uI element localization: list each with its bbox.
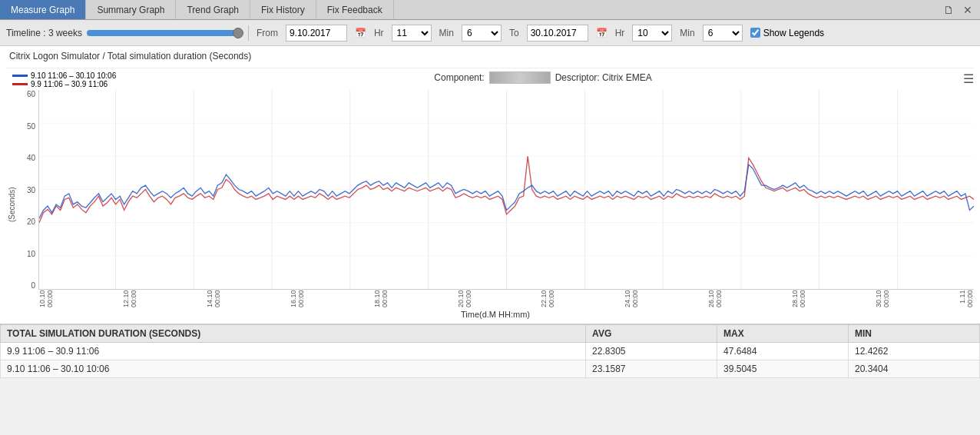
- from-label: From: [257, 28, 278, 38]
- tab-trend-graph[interactable]: Trend Graph: [176, 0, 250, 19]
- y-axis-label: (Seconds): [6, 90, 17, 319]
- summary-table: TOTAL SIMULATION DURATION (SECONDS) AVG …: [0, 324, 980, 378]
- timeline-slider[interactable]: [87, 30, 240, 36]
- tab-measure-graph[interactable]: Measure Graph: [0, 0, 86, 19]
- timeline-thumb[interactable]: [233, 28, 243, 38]
- legend-item-red: 9.9 11:06 – 30.9 11:06: [12, 80, 135, 88]
- chart-inner: 0 10 20 30 40 50 60: [17, 90, 974, 319]
- from-min-select[interactable]: 6: [462, 25, 502, 42]
- show-legends-checkbox[interactable]: [750, 28, 760, 38]
- min-label-2: Min: [680, 28, 694, 38]
- controls-bar: Timeline : 3 weeks From 📅 Hr 11 Min 6 To…: [0, 20, 980, 46]
- to-hr-select[interactable]: 10: [632, 25, 672, 42]
- legend-item-blue: 9.10 11:06 – 30.10 10:06: [12, 71, 135, 80]
- col-header-avg: AVG: [586, 325, 717, 343]
- tab-bar: Measure Graph Summary Graph Trend Graph …: [0, 0, 980, 20]
- y-ticks: 0 10 20 30 40 50 60: [17, 90, 38, 290]
- col-header-min: MIN: [849, 325, 980, 343]
- component-label: Component:: [434, 72, 484, 83]
- tab-summary-graph[interactable]: Summary Graph: [86, 0, 176, 19]
- chart-body: (Seconds) 0 10 20 30 40 50 60: [6, 90, 974, 319]
- to-date-input[interactable]: [527, 25, 588, 42]
- chart-svg: [39, 90, 974, 289]
- row1-max: 47.6484: [717, 343, 849, 360]
- from-calendar-icon[interactable]: 📅: [355, 28, 366, 38]
- hr-label-1: Hr: [374, 28, 384, 38]
- summary-table-container: TOTAL SIMULATION DURATION (SECONDS) AVG …: [0, 324, 980, 378]
- from-hr-select[interactable]: 11: [392, 25, 432, 42]
- row2-avg: 23.1587: [586, 360, 717, 378]
- tab-actions: 🗋 ✕: [940, 2, 980, 18]
- x-axis-title: Time(d.M HH:mm): [17, 310, 974, 319]
- x-axis-labels: 10.10 00:00 12.10 00:00 14.10 00:00 16.1…: [38, 290, 974, 308]
- hr-label-2: Hr: [615, 28, 625, 38]
- row2-max: 39.5045: [717, 360, 849, 378]
- col-header-metric: TOTAL SIMULATION DURATION (SECONDS): [1, 325, 586, 343]
- show-legends-label: Show Legends: [763, 28, 824, 38]
- row1-min: 12.4262: [849, 343, 980, 360]
- legend-color-red: [12, 83, 28, 85]
- row2-label: 9.10 11:06 – 30.10 10:06: [1, 360, 586, 378]
- table-row: 9.10 11:06 – 30.10 10:06 23.1587 39.5045…: [1, 360, 980, 378]
- descriptor-label: Descriptor: Citrix EMEA: [555, 72, 652, 83]
- from-date-input[interactable]: [286, 25, 347, 42]
- tab-fix-history[interactable]: Fix History: [250, 0, 316, 19]
- row2-min: 20.3404: [849, 360, 980, 378]
- row1-label: 9.9 11:06 – 30.9 11:06: [1, 343, 586, 360]
- divider-1: [248, 25, 249, 41]
- timeline-label: Timeline : 3 weeks: [6, 28, 82, 38]
- legend-color-blue: [12, 75, 28, 77]
- chart-container: Citrix Logon Simulator / Total simulatio…: [0, 46, 980, 324]
- show-legends-section: Show Legends: [750, 28, 824, 38]
- col-header-max: MAX: [717, 325, 849, 343]
- to-min-select[interactable]: 6: [703, 25, 743, 42]
- table-header-row: TOTAL SIMULATION DURATION (SECONDS) AVG …: [1, 325, 980, 343]
- table-row: 9.9 11:06 – 30.9 11:06 22.8305 47.6484 1…: [1, 343, 980, 360]
- chart-legend: 9.10 11:06 – 30.10 10:06 9.9 11:06 – 30.…: [12, 71, 135, 88]
- tab-fix-feedback[interactable]: Fix Feedback: [316, 0, 394, 19]
- component-selector[interactable]: [489, 71, 551, 84]
- to-calendar-icon[interactable]: 📅: [596, 28, 608, 38]
- min-label-1: Min: [439, 28, 454, 38]
- chart-menu-icon[interactable]: ☰: [963, 71, 974, 86]
- chart-section-title: Citrix Logon Simulator / Total simulatio…: [6, 51, 251, 61]
- close-button[interactable]: ✕: [960, 2, 975, 18]
- row1-avg: 22.8305: [586, 343, 717, 360]
- timeline-section: Timeline : 3 weeks: [6, 28, 240, 38]
- to-label: To: [509, 28, 519, 38]
- page-button[interactable]: 🗋: [940, 2, 957, 18]
